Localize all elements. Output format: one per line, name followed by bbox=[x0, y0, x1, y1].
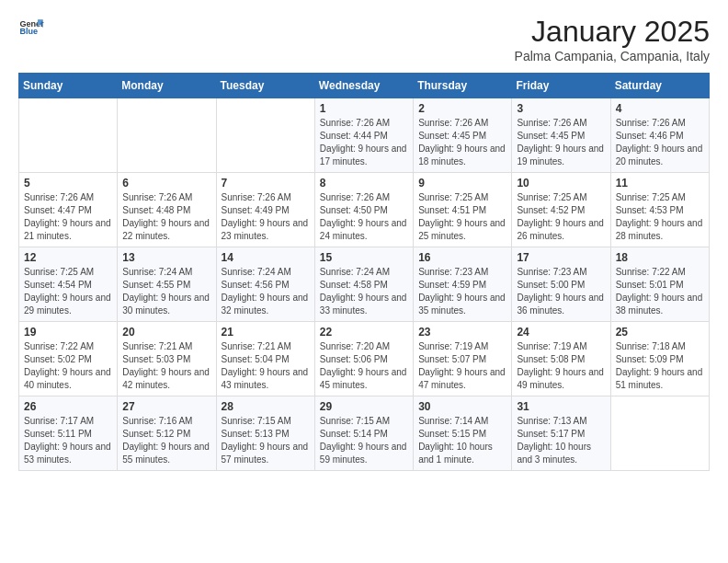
day-cell bbox=[216, 98, 314, 173]
day-cell: 11Sunrise: 7:25 AM Sunset: 4:53 PM Dayli… bbox=[610, 173, 709, 247]
day-cell: 3Sunrise: 7:26 AM Sunset: 4:45 PM Daylig… bbox=[512, 98, 610, 173]
day-cell: 9Sunrise: 7:25 AM Sunset: 4:51 PM Daylig… bbox=[414, 173, 512, 247]
day-info: Sunrise: 7:22 AM Sunset: 5:02 PM Dayligh… bbox=[24, 340, 112, 392]
day-cell: 23Sunrise: 7:19 AM Sunset: 5:07 PM Dayli… bbox=[414, 322, 512, 396]
day-info: Sunrise: 7:25 AM Sunset: 4:54 PM Dayligh… bbox=[24, 266, 112, 317]
day-cell: 18Sunrise: 7:22 AM Sunset: 5:01 PM Dayli… bbox=[610, 247, 709, 322]
day-number: 11 bbox=[616, 177, 704, 190]
day-number: 21 bbox=[222, 326, 310, 339]
day-info: Sunrise: 7:21 AM Sunset: 5:03 PM Dayligh… bbox=[122, 340, 210, 392]
day-number: 14 bbox=[222, 251, 310, 264]
day-info: Sunrise: 7:21 AM Sunset: 5:04 PM Dayligh… bbox=[222, 340, 310, 392]
calendar-table: SundayMondayTuesdayWednesdayThursdayFrid… bbox=[18, 73, 710, 471]
day-info: Sunrise: 7:26 AM Sunset: 4:50 PM Dayligh… bbox=[320, 191, 408, 243]
day-cell bbox=[118, 98, 216, 173]
week-row-5: 26Sunrise: 7:17 AM Sunset: 5:11 PM Dayli… bbox=[19, 396, 710, 471]
weekday-header-row: SundayMondayTuesdayWednesdayThursdayFrid… bbox=[19, 74, 710, 98]
weekday-header-wednesday: Wednesday bbox=[314, 74, 413, 98]
day-number: 23 bbox=[418, 326, 506, 339]
day-info: Sunrise: 7:25 AM Sunset: 4:51 PM Dayligh… bbox=[418, 191, 506, 243]
week-row-2: 5Sunrise: 7:26 AM Sunset: 4:47 PM Daylig… bbox=[19, 173, 710, 247]
day-info: Sunrise: 7:26 AM Sunset: 4:47 PM Dayligh… bbox=[24, 191, 112, 243]
day-info: Sunrise: 7:24 AM Sunset: 4:55 PM Dayligh… bbox=[122, 266, 210, 317]
day-number: 22 bbox=[320, 326, 408, 339]
day-cell: 6Sunrise: 7:26 AM Sunset: 4:48 PM Daylig… bbox=[118, 173, 216, 247]
day-cell: 28Sunrise: 7:15 AM Sunset: 5:13 PM Dayli… bbox=[216, 396, 314, 471]
day-number: 8 bbox=[320, 177, 408, 190]
location-title: Palma Campania, Campania, Italy bbox=[515, 49, 710, 63]
day-number: 20 bbox=[122, 326, 210, 339]
day-info: Sunrise: 7:24 AM Sunset: 4:56 PM Dayligh… bbox=[222, 266, 310, 317]
weekday-header-friday: Friday bbox=[512, 74, 610, 98]
day-number: 15 bbox=[320, 251, 408, 264]
weekday-header-sunday: Sunday bbox=[19, 74, 118, 98]
day-number: 25 bbox=[616, 326, 704, 339]
day-number: 26 bbox=[24, 400, 112, 413]
week-row-1: 1Sunrise: 7:26 AM Sunset: 4:44 PM Daylig… bbox=[19, 98, 710, 173]
day-info: Sunrise: 7:26 AM Sunset: 4:49 PM Dayligh… bbox=[222, 191, 310, 243]
day-cell: 29Sunrise: 7:15 AM Sunset: 5:14 PM Dayli… bbox=[314, 396, 413, 471]
day-info: Sunrise: 7:17 AM Sunset: 5:11 PM Dayligh… bbox=[24, 415, 112, 466]
day-info: Sunrise: 7:23 AM Sunset: 5:00 PM Dayligh… bbox=[517, 266, 605, 317]
logo-icon: General Blue bbox=[18, 15, 44, 40]
day-cell: 8Sunrise: 7:26 AM Sunset: 4:50 PM Daylig… bbox=[314, 173, 413, 247]
day-info: Sunrise: 7:13 AM Sunset: 5:17 PM Dayligh… bbox=[517, 415, 605, 466]
day-info: Sunrise: 7:26 AM Sunset: 4:44 PM Dayligh… bbox=[320, 117, 408, 168]
day-cell: 15Sunrise: 7:24 AM Sunset: 4:58 PM Dayli… bbox=[314, 247, 413, 322]
day-cell bbox=[610, 396, 709, 471]
day-info: Sunrise: 7:15 AM Sunset: 5:14 PM Dayligh… bbox=[320, 415, 408, 466]
day-number: 28 bbox=[222, 400, 310, 413]
day-number: 12 bbox=[24, 251, 112, 264]
day-cell: 26Sunrise: 7:17 AM Sunset: 5:11 PM Dayli… bbox=[19, 396, 118, 471]
day-info: Sunrise: 7:19 AM Sunset: 5:08 PM Dayligh… bbox=[517, 340, 605, 392]
day-cell: 19Sunrise: 7:22 AM Sunset: 5:02 PM Dayli… bbox=[19, 322, 118, 396]
weekday-header-tuesday: Tuesday bbox=[216, 74, 314, 98]
day-number: 31 bbox=[517, 400, 605, 413]
day-info: Sunrise: 7:26 AM Sunset: 4:45 PM Dayligh… bbox=[517, 117, 605, 168]
day-number: 29 bbox=[320, 400, 408, 413]
day-number: 10 bbox=[517, 177, 605, 190]
day-info: Sunrise: 7:22 AM Sunset: 5:01 PM Dayligh… bbox=[616, 266, 704, 317]
title-block: January 2025 Palma Campania, Campania, I… bbox=[515, 15, 710, 63]
day-info: Sunrise: 7:14 AM Sunset: 5:15 PM Dayligh… bbox=[418, 415, 506, 466]
day-info: Sunrise: 7:18 AM Sunset: 5:09 PM Dayligh… bbox=[616, 340, 704, 392]
day-number: 18 bbox=[616, 251, 704, 264]
day-number: 1 bbox=[320, 102, 408, 115]
day-info: Sunrise: 7:26 AM Sunset: 4:46 PM Dayligh… bbox=[616, 117, 704, 168]
day-cell: 27Sunrise: 7:16 AM Sunset: 5:12 PM Dayli… bbox=[118, 396, 216, 471]
weekday-header-monday: Monday bbox=[118, 74, 216, 98]
day-cell: 12Sunrise: 7:25 AM Sunset: 4:54 PM Dayli… bbox=[19, 247, 118, 322]
week-row-3: 12Sunrise: 7:25 AM Sunset: 4:54 PM Dayli… bbox=[19, 247, 710, 322]
weekday-header-saturday: Saturday bbox=[610, 74, 709, 98]
day-number: 4 bbox=[616, 102, 704, 115]
header: General Blue January 2025 Palma Campania… bbox=[18, 15, 710, 63]
day-number: 2 bbox=[418, 102, 506, 115]
day-cell: 2Sunrise: 7:26 AM Sunset: 4:45 PM Daylig… bbox=[414, 98, 512, 173]
day-info: Sunrise: 7:25 AM Sunset: 4:53 PM Dayligh… bbox=[616, 191, 704, 243]
day-cell: 25Sunrise: 7:18 AM Sunset: 5:09 PM Dayli… bbox=[610, 322, 709, 396]
day-number: 13 bbox=[122, 251, 210, 264]
day-cell: 5Sunrise: 7:26 AM Sunset: 4:47 PM Daylig… bbox=[19, 173, 118, 247]
day-number: 17 bbox=[517, 251, 605, 264]
day-info: Sunrise: 7:26 AM Sunset: 4:48 PM Dayligh… bbox=[122, 191, 210, 243]
day-cell: 1Sunrise: 7:26 AM Sunset: 4:44 PM Daylig… bbox=[314, 98, 413, 173]
day-cell: 21Sunrise: 7:21 AM Sunset: 5:04 PM Dayli… bbox=[216, 322, 314, 396]
day-cell: 17Sunrise: 7:23 AM Sunset: 5:00 PM Dayli… bbox=[512, 247, 610, 322]
day-number: 19 bbox=[24, 326, 112, 339]
day-number: 30 bbox=[418, 400, 506, 413]
day-number: 9 bbox=[418, 177, 506, 190]
day-info: Sunrise: 7:19 AM Sunset: 5:07 PM Dayligh… bbox=[418, 340, 506, 392]
day-info: Sunrise: 7:15 AM Sunset: 5:13 PM Dayligh… bbox=[222, 415, 310, 466]
week-row-4: 19Sunrise: 7:22 AM Sunset: 5:02 PM Dayli… bbox=[19, 322, 710, 396]
day-info: Sunrise: 7:20 AM Sunset: 5:06 PM Dayligh… bbox=[320, 340, 408, 392]
day-cell: 20Sunrise: 7:21 AM Sunset: 5:03 PM Dayli… bbox=[118, 322, 216, 396]
day-cell: 4Sunrise: 7:26 AM Sunset: 4:46 PM Daylig… bbox=[610, 98, 709, 173]
day-number: 24 bbox=[517, 326, 605, 339]
month-title: January 2025 bbox=[515, 15, 710, 49]
day-cell bbox=[19, 98, 118, 173]
logo: General Blue bbox=[18, 15, 44, 40]
weekday-header-thursday: Thursday bbox=[414, 74, 512, 98]
day-cell: 13Sunrise: 7:24 AM Sunset: 4:55 PM Dayli… bbox=[118, 247, 216, 322]
day-number: 16 bbox=[418, 251, 506, 264]
svg-text:Blue: Blue bbox=[19, 27, 38, 36]
